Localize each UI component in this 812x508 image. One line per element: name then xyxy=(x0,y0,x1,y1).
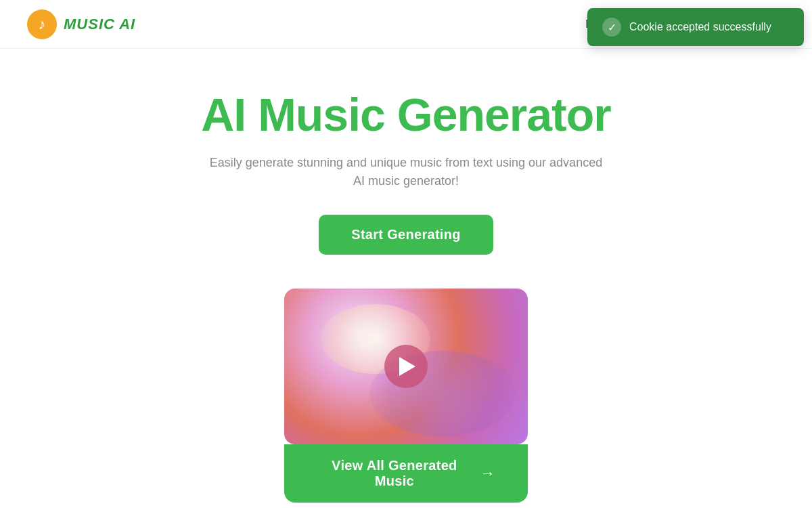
cookie-toast: ✓ Cookie accepted successfully xyxy=(587,8,804,46)
hero-subtitle: Easily generate stunning and unique musi… xyxy=(203,154,609,190)
view-all-label: View All Generated Music xyxy=(317,458,472,489)
view-all-music-button[interactable]: View All Generated Music → xyxy=(284,444,528,503)
logo[interactable]: MUSIC AI xyxy=(27,9,135,39)
logo-text: MUSIC AI xyxy=(64,16,135,33)
play-button[interactable] xyxy=(384,345,428,388)
video-section: View All Generated Music → xyxy=(284,289,528,503)
check-icon: ✓ xyxy=(602,18,621,37)
hero-title: AI Music Generator xyxy=(201,89,611,140)
start-generating-button[interactable]: Start Generating xyxy=(319,215,493,255)
cookie-message: Cookie accepted successfully xyxy=(629,21,771,33)
video-thumbnail[interactable] xyxy=(284,289,528,444)
logo-icon xyxy=(27,9,57,39)
arrow-icon: → xyxy=(480,465,495,482)
hero-section: AI Music Generator Easily generate stunn… xyxy=(0,49,812,503)
